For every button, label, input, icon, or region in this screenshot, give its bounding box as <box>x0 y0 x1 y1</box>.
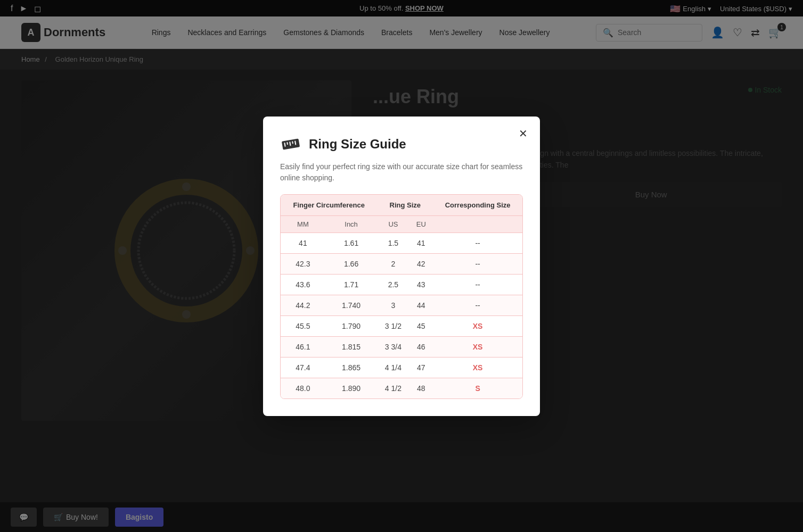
eu-cell: 44 <box>409 295 433 315</box>
us-cell: 2.5 <box>377 274 409 295</box>
eu-cell: 42 <box>409 253 433 274</box>
inch-cell: 1.865 <box>325 357 378 378</box>
table-row: 47.4 1.865 4 1/4 47 XS <box>281 357 522 378</box>
inch-cell: 1.890 <box>325 378 378 398</box>
table-row: 41 1.61 1.5 41 -- <box>281 232 522 253</box>
size-cell: -- <box>433 274 522 295</box>
eu-subheader: EU <box>409 215 433 232</box>
mm-cell: 42.3 <box>281 253 325 274</box>
ring-size-header: Ring Size <box>377 195 433 216</box>
table-row: 42.3 1.66 2 42 -- <box>281 253 522 274</box>
corresponding-size-header: Corresponding Size <box>433 195 522 216</box>
size-cell: -- <box>433 295 522 315</box>
table-row: 48.0 1.890 4 1/2 48 S <box>281 378 522 398</box>
us-cell: 3 3/4 <box>377 336 409 357</box>
us-cell: 1.5 <box>377 232 409 253</box>
finger-circumference-header: Finger Circumference <box>281 195 377 216</box>
inch-cell: 1.61 <box>325 232 378 253</box>
table-sub-header-row: MM Inch US EU <box>281 215 522 232</box>
ruler-svg <box>281 135 300 154</box>
mm-cell: 48.0 <box>281 378 325 398</box>
size-subheader <box>433 215 522 232</box>
mm-subheader: MM <box>281 215 325 232</box>
size-cell: S <box>433 378 522 398</box>
us-cell: 2 <box>377 253 409 274</box>
us-cell: 3 1/2 <box>377 315 409 336</box>
table-row: 43.6 1.71 2.5 43 -- <box>281 274 522 295</box>
page-background: Home / Golden Horizon Unique Ring <box>0 49 803 526</box>
eu-cell: 43 <box>409 274 433 295</box>
mm-cell: 43.6 <box>281 274 325 295</box>
inch-cell: 1.71 <box>325 274 378 295</box>
us-cell: 4 1/2 <box>377 378 409 398</box>
size-cell: -- <box>433 253 522 274</box>
eu-cell: 48 <box>409 378 433 398</box>
size-cell: -- <box>433 232 522 253</box>
size-table-body: 41 1.61 1.5 41 -- 42.3 1.66 2 42 -- 43.6… <box>281 232 522 398</box>
inch-cell: 1.815 <box>325 336 378 357</box>
inch-cell: 1.790 <box>325 315 378 336</box>
mm-cell: 41 <box>281 232 325 253</box>
us-cell: 4 1/4 <box>377 357 409 378</box>
modal-title: Ring Size Guide <box>309 137 406 152</box>
size-cell: XS <box>433 315 522 336</box>
modal-close-button[interactable]: ✕ <box>514 125 531 142</box>
inch-subheader: Inch <box>325 215 378 232</box>
table-header-row: Finger Circumference Ring Size Correspon… <box>281 195 522 216</box>
eu-cell: 45 <box>409 315 433 336</box>
eu-cell: 41 <box>409 232 433 253</box>
mm-cell: 47.4 <box>281 357 325 378</box>
eu-cell: 46 <box>409 336 433 357</box>
mm-cell: 46.1 <box>281 336 325 357</box>
inch-cell: 1.66 <box>325 253 378 274</box>
table-row: 44.2 1.740 3 44 -- <box>281 295 522 315</box>
size-table-wrapper: Finger Circumference Ring Size Correspon… <box>280 194 523 399</box>
us-subheader: US <box>377 215 409 232</box>
mm-cell: 45.5 <box>281 315 325 336</box>
table-row: 45.5 1.790 3 1/2 45 XS <box>281 315 522 336</box>
us-cell: 3 <box>377 295 409 315</box>
inch-cell: 1.740 <box>325 295 378 315</box>
size-table: Finger Circumference Ring Size Correspon… <box>281 195 522 398</box>
table-row: 46.1 1.815 3 3/4 46 XS <box>281 336 522 357</box>
size-cell: XS <box>433 357 522 378</box>
ring-size-guide-modal: ✕ Ring Size Guide Easily find your perfe… <box>263 117 540 416</box>
modal-subtitle: Easily find your perfect ring size with … <box>280 161 523 184</box>
size-cell: XS <box>433 336 522 357</box>
modal-overlay[interactable]: ✕ Ring Size Guide Easily find your perfe… <box>0 49 803 526</box>
modal-header: Ring Size Guide <box>280 134 523 155</box>
eu-cell: 47 <box>409 357 433 378</box>
ruler-icon <box>280 134 301 155</box>
mm-cell: 44.2 <box>281 295 325 315</box>
